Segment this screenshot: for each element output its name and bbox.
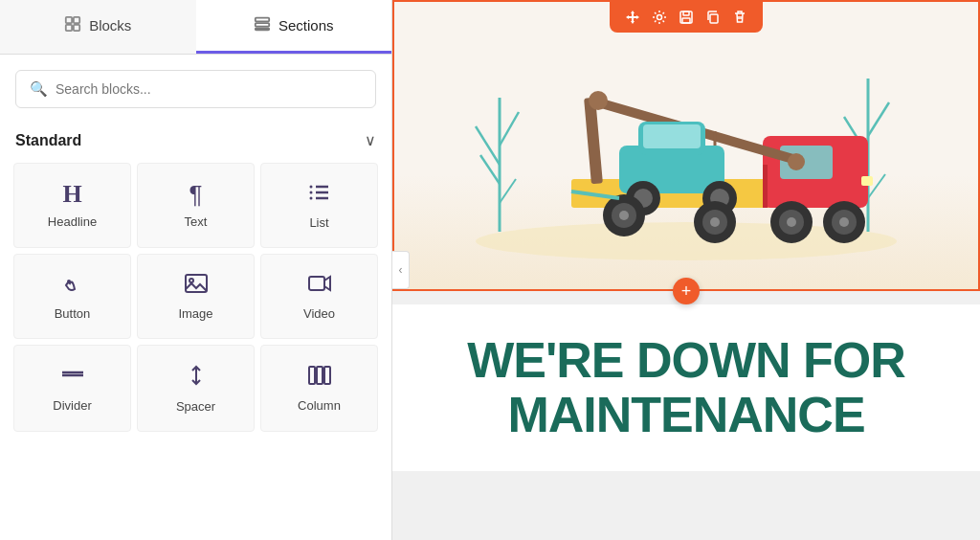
chevron-down-icon[interactable]: ∨: [365, 131, 376, 149]
sections-tab-icon: [254, 15, 271, 35]
block-text[interactable]: ¶ Text: [137, 163, 255, 248]
svg-point-48: [589, 91, 608, 110]
svg-rect-22: [324, 367, 330, 384]
button-icon: [60, 272, 85, 299]
block-list[interactable]: List: [260, 163, 378, 248]
svg-point-62: [710, 217, 720, 227]
headline-label: Headline: [48, 214, 97, 229]
sections-tab-label: Sections: [278, 17, 334, 34]
svg-rect-21: [317, 367, 323, 384]
search-input[interactable]: [56, 81, 362, 97]
svg-line-35: [500, 179, 516, 203]
video-icon: [307, 272, 332, 299]
list-icon: [308, 181, 331, 208]
block-spacer[interactable]: Spacer: [137, 345, 255, 432]
svg-point-49: [788, 153, 805, 170]
block-divider[interactable]: Divider: [13, 345, 131, 432]
maintenance-title-line2: MAINTENANCE: [467, 388, 905, 442]
block-button[interactable]: Button: [13, 254, 131, 339]
block-headline[interactable]: H Headline: [13, 163, 131, 248]
column-icon: [307, 364, 332, 391]
svg-rect-1: [74, 17, 79, 23]
svg-rect-45: [584, 98, 603, 185]
tow-truck-illustration: [394, 2, 978, 289]
svg-point-65: [787, 217, 796, 227]
svg-point-11: [309, 191, 312, 194]
svg-rect-16: [309, 277, 324, 290]
divider-icon: [60, 364, 85, 391]
maintenance-title-line1: WE'RE DOWN FOR: [467, 333, 905, 388]
move-button[interactable]: [621, 8, 644, 27]
maintenance-title: WE'RE DOWN FOR MAINTENANCE: [467, 333, 905, 442]
sidebar: Blocks Sections 🔍 Standard ∨ H: [0, 0, 392, 540]
blocks-tab-icon: [64, 15, 81, 35]
svg-point-10: [309, 186, 312, 189]
svg-rect-3: [74, 25, 79, 31]
svg-point-23: [657, 15, 662, 20]
svg-rect-52: [643, 124, 701, 148]
svg-point-59: [619, 211, 629, 220]
svg-rect-26: [682, 18, 690, 23]
search-area: 🔍: [0, 55, 391, 116]
svg-line-32: [476, 126, 500, 165]
block-video[interactable]: Video: [260, 254, 378, 339]
spacer-icon: [184, 363, 209, 392]
list-label: List: [309, 215, 328, 230]
svg-rect-44: [763, 165, 768, 208]
svg-rect-6: [256, 29, 269, 31]
svg-rect-0: [66, 17, 72, 23]
block-image[interactable]: Image: [137, 254, 255, 339]
svg-rect-27: [710, 14, 718, 23]
standard-section-title: Standard: [15, 132, 81, 149]
svg-point-15: [189, 279, 193, 282]
image-icon: [184, 272, 209, 299]
main-content: + WE'RE DOWN FOR MAINTENANCE: [392, 0, 980, 540]
block-column[interactable]: Column: [260, 345, 378, 432]
image-block-section: [392, 0, 980, 291]
svg-line-38: [868, 102, 889, 136]
svg-point-12: [309, 197, 312, 200]
blocks-tab-label: Blocks: [89, 17, 131, 34]
collapse-sidebar-button[interactable]: ‹: [392, 251, 410, 289]
delete-button[interactable]: [728, 8, 751, 27]
spacer-label: Spacer: [176, 399, 215, 414]
text-icon: ¶: [189, 182, 203, 207]
svg-rect-69: [861, 176, 873, 186]
button-label: Button: [55, 306, 91, 321]
image-label: Image: [178, 306, 212, 321]
block-toolbar: [610, 2, 763, 33]
search-box: 🔍: [15, 70, 376, 108]
add-block-button[interactable]: +: [673, 278, 700, 304]
svg-line-33: [500, 112, 519, 146]
svg-rect-25: [683, 11, 689, 15]
search-icon: 🔍: [30, 80, 48, 98]
tab-blocks[interactable]: Blocks: [0, 0, 196, 54]
svg-point-13: [67, 280, 71, 283]
tab-sections[interactable]: Sections: [196, 0, 392, 54]
video-label: Video: [303, 306, 335, 321]
copy-button[interactable]: [702, 8, 724, 27]
column-label: Column: [298, 398, 341, 413]
svg-rect-5: [256, 23, 269, 27]
tab-bar: Blocks Sections: [0, 0, 391, 55]
settings-button[interactable]: [648, 8, 671, 27]
text-label: Text: [185, 214, 208, 229]
section-header: Standard ∨: [0, 116, 391, 161]
save-button[interactable]: [675, 8, 698, 27]
svg-rect-20: [309, 367, 315, 384]
maintenance-section: WE'RE DOWN FOR MAINTENANCE: [392, 304, 980, 471]
svg-point-68: [839, 217, 849, 227]
divider-label: Divider: [53, 398, 91, 413]
svg-rect-4: [256, 18, 269, 22]
headline-icon: H: [62, 182, 81, 207]
svg-rect-2: [66, 25, 72, 31]
blocks-grid: H Headline ¶ Text List: [0, 161, 391, 434]
